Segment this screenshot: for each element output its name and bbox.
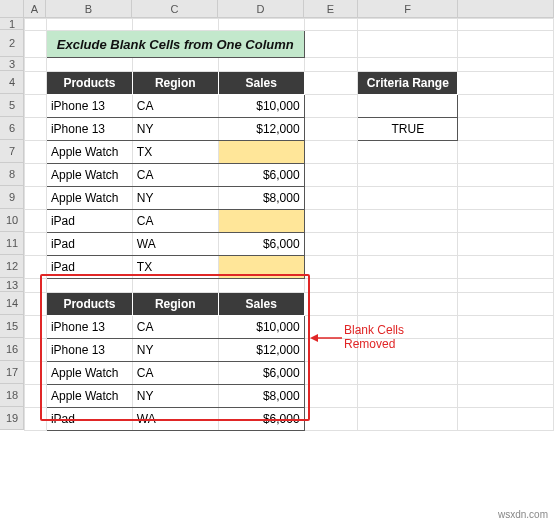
cell[interactable]	[458, 58, 554, 72]
row-header-7[interactable]: 7	[0, 140, 24, 163]
cell[interactable]	[458, 164, 554, 187]
table1-cell[interactable]: NY	[132, 187, 218, 210]
row-header-2[interactable]: 2	[0, 30, 24, 57]
cell[interactable]	[304, 233, 358, 256]
row-header-15[interactable]: 15	[0, 315, 24, 338]
cell[interactable]	[458, 210, 554, 233]
cell[interactable]	[458, 31, 554, 58]
cell[interactable]	[358, 210, 458, 233]
cell[interactable]	[304, 279, 358, 293]
table1-cell[interactable]: NY	[132, 118, 218, 141]
cell[interactable]	[46, 58, 132, 72]
table1-cell[interactable]: TX	[132, 141, 218, 164]
cell[interactable]	[304, 210, 358, 233]
table1-header-region[interactable]: Region	[132, 72, 218, 95]
table1-cell[interactable]: iPhone 13	[46, 118, 132, 141]
col-header-E[interactable]: E	[304, 0, 358, 18]
cell[interactable]	[132, 19, 218, 31]
table1-cell[interactable]: $12,000	[218, 118, 304, 141]
cell[interactable]	[25, 316, 47, 339]
cell[interactable]	[304, 385, 358, 408]
table1-cell[interactable]: WA	[132, 233, 218, 256]
cell[interactable]	[25, 233, 47, 256]
table1-cell[interactable]: Apple Watch	[46, 141, 132, 164]
table1-cell[interactable]: CA	[132, 210, 218, 233]
cell[interactable]	[358, 408, 458, 431]
cell[interactable]	[304, 408, 358, 431]
table1-cell-blank[interactable]	[218, 141, 304, 164]
cell[interactable]	[304, 187, 358, 210]
cell[interactable]	[25, 164, 47, 187]
table1-cell-blank[interactable]	[218, 256, 304, 279]
table2-cell[interactable]: $12,000	[218, 339, 304, 362]
cell[interactable]	[25, 58, 47, 72]
cell[interactable]	[458, 339, 554, 362]
cell[interactable]	[304, 95, 358, 118]
table2-cell[interactable]: Apple Watch	[46, 362, 132, 385]
table2-cell[interactable]: $6,000	[218, 362, 304, 385]
table2-cell[interactable]: $8,000	[218, 385, 304, 408]
cell[interactable]	[458, 19, 554, 31]
criteria-header[interactable]: Criteria Range	[358, 72, 458, 95]
cell[interactable]	[25, 19, 47, 31]
criteria-value[interactable]: TRUE	[358, 118, 458, 141]
table1-cell[interactable]: $8,000	[218, 187, 304, 210]
cell[interactable]	[358, 256, 458, 279]
table2-cell[interactable]: NY	[132, 385, 218, 408]
cell[interactable]	[458, 72, 554, 95]
table1-cell[interactable]: TX	[132, 256, 218, 279]
cell[interactable]	[458, 279, 554, 293]
select-all-corner[interactable]	[0, 0, 24, 18]
cell[interactable]	[458, 408, 554, 431]
row-header-17[interactable]: 17	[0, 361, 24, 384]
cell[interactable]	[304, 256, 358, 279]
cell[interactable]	[458, 385, 554, 408]
row-header-18[interactable]: 18	[0, 384, 24, 407]
table1-cell[interactable]: $6,000	[218, 164, 304, 187]
cell[interactable]	[25, 279, 47, 293]
cell[interactable]	[304, 31, 358, 58]
cell[interactable]	[25, 31, 47, 58]
cell[interactable]	[458, 316, 554, 339]
cell[interactable]	[25, 187, 47, 210]
cell[interactable]	[458, 118, 554, 141]
table2-cell[interactable]: WA	[132, 408, 218, 431]
cell[interactable]	[25, 141, 47, 164]
cell[interactable]	[25, 72, 47, 95]
cell[interactable]	[304, 118, 358, 141]
table2-header-region[interactable]: Region	[132, 293, 218, 316]
table1-cell[interactable]: $6,000	[218, 233, 304, 256]
row-header-8[interactable]: 8	[0, 163, 24, 186]
cell[interactable]	[132, 58, 218, 72]
table1-cell[interactable]: iPhone 13	[46, 95, 132, 118]
table2-cell[interactable]: $10,000	[218, 316, 304, 339]
cell[interactable]	[25, 210, 47, 233]
table2-cell[interactable]: CA	[132, 316, 218, 339]
cell[interactable]	[358, 58, 458, 72]
cell[interactable]	[358, 164, 458, 187]
row-header-13[interactable]: 13	[0, 278, 24, 292]
cell[interactable]	[458, 293, 554, 316]
table2-cell[interactable]: iPhone 13	[46, 316, 132, 339]
cell[interactable]	[25, 408, 47, 431]
table1-cell[interactable]: iPad	[46, 256, 132, 279]
cell[interactable]	[25, 362, 47, 385]
col-header-blank[interactable]	[458, 0, 554, 18]
col-header-F[interactable]: F	[358, 0, 458, 18]
cell[interactable]	[458, 362, 554, 385]
cell[interactable]	[218, 279, 304, 293]
col-header-A[interactable]: A	[24, 0, 46, 18]
row-header-3[interactable]: 3	[0, 57, 24, 71]
cell[interactable]	[358, 141, 458, 164]
cell[interactable]	[25, 118, 47, 141]
table1-cell[interactable]: Apple Watch	[46, 164, 132, 187]
row-header-10[interactable]: 10	[0, 209, 24, 232]
worksheet[interactable]: Exclude Blank Cells from One Column Prod…	[24, 18, 554, 431]
row-header-11[interactable]: 11	[0, 232, 24, 255]
row-header-1[interactable]: 1	[0, 18, 24, 30]
table1-cell[interactable]: Apple Watch	[46, 187, 132, 210]
cell[interactable]	[25, 385, 47, 408]
cell[interactable]	[25, 95, 47, 118]
cell[interactable]	[218, 19, 304, 31]
cell[interactable]	[358, 385, 458, 408]
